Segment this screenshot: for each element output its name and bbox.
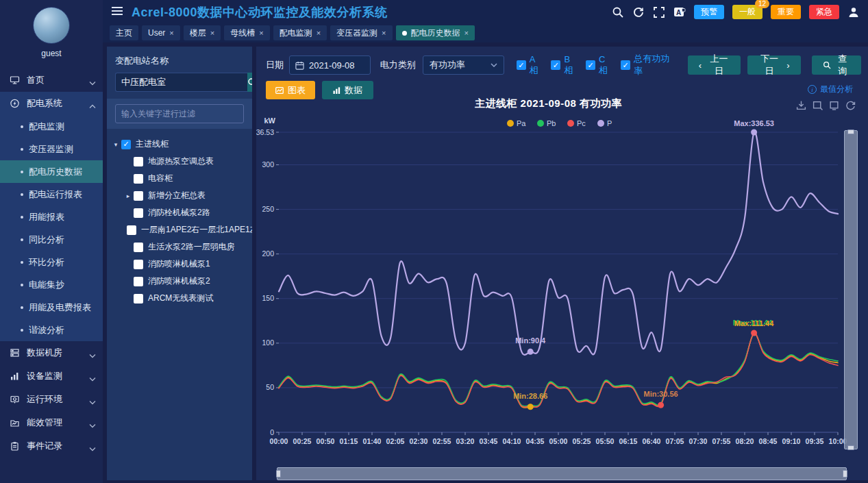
legend-item[interactable]: Pc xyxy=(567,119,586,127)
close-icon[interactable]: × xyxy=(317,29,321,37)
checkbox-unchecked[interactable] xyxy=(134,174,143,184)
checkbox-unchecked[interactable] xyxy=(134,243,143,252)
tree-node[interactable]: 消防喷淋机械泵1 xyxy=(112,256,248,273)
tree-node[interactable]: ARCM无线表测试 xyxy=(112,290,248,307)
sidebar-subitem-label: 电能集抄 xyxy=(29,279,64,291)
sidebar-item[interactable]: 数据机房 xyxy=(0,341,103,364)
date-picker[interactable]: 2021-09-08 xyxy=(289,55,371,75)
legend-item[interactable]: Pb xyxy=(537,119,556,127)
sidebar-subitem[interactable]: 同比分析 xyxy=(0,228,103,251)
legend-item[interactable]: Pa xyxy=(507,119,526,127)
sidebar-subitem[interactable]: 用能及电费报表 xyxy=(0,296,103,319)
sidebar-subitem[interactable]: 环比分析 xyxy=(0,251,103,273)
alarm-button[interactable]: 一般12 xyxy=(732,5,762,19)
zoom-box-icon[interactable] xyxy=(813,100,823,110)
x-datazoom-slider[interactable] xyxy=(277,467,847,480)
sidebar-subitem[interactable]: 配电运行报表 xyxy=(0,183,103,206)
sidebar-item[interactable]: 运行环境 xyxy=(0,388,103,411)
checkbox-unchecked[interactable] xyxy=(134,157,143,166)
tab-item[interactable]: 配电历史数据× xyxy=(396,25,475,40)
y-datazoom-slider[interactable] xyxy=(844,130,858,449)
checkbox-unchecked[interactable] xyxy=(134,260,143,269)
tree-node[interactable]: 消防喷淋机械泵2 xyxy=(112,273,248,290)
tab-item[interactable]: 楼层× xyxy=(184,25,221,40)
checkbox-unchecked[interactable] xyxy=(127,225,136,235)
tree-node[interactable]: 生活水泵2路一层弱电房 xyxy=(112,238,248,256)
restore-icon[interactable] xyxy=(845,100,856,110)
station-search-button[interactable] xyxy=(247,73,252,92)
annotation-label: Max:111.44 xyxy=(734,319,774,327)
data-view-button[interactable]: 数据 xyxy=(322,81,373,99)
tab-item[interactable]: 主页 xyxy=(110,25,138,40)
phase-checkbox[interactable]: ✓总有功功率 xyxy=(621,53,673,77)
tree-node[interactable]: 地源热泵空调总表 xyxy=(112,153,248,170)
home-icon xyxy=(10,75,21,85)
search-icon[interactable] xyxy=(612,6,624,18)
checkbox-checked[interactable]: ✓ xyxy=(517,60,526,70)
sidebar-item[interactable]: 能效管理 xyxy=(0,411,103,434)
close-icon[interactable]: × xyxy=(259,29,263,37)
x-tick-label: 09:10 xyxy=(782,437,801,445)
close-icon[interactable]: × xyxy=(169,29,173,37)
download-icon[interactable] xyxy=(796,100,806,110)
checkbox-unchecked[interactable] xyxy=(134,294,143,304)
phase-checkbox[interactable]: ✓A相 xyxy=(517,54,542,77)
sidebar-item[interactable]: 配电系统 xyxy=(0,92,103,115)
sidebar-item[interactable]: 设备监测 xyxy=(0,364,103,388)
checkbox-checked[interactable]: ✓ xyxy=(621,60,630,70)
checkbox-checked[interactable]: ✓ xyxy=(586,60,595,70)
checkbox-checked[interactable]: ✓ xyxy=(551,60,560,70)
close-icon[interactable]: × xyxy=(210,29,214,37)
tree-node[interactable]: 消防栓机械泵2路 xyxy=(112,204,248,221)
translate-icon[interactable]: A xyxy=(673,6,686,18)
sidebar-item[interactable]: 事件记录 xyxy=(0,434,103,458)
user-icon[interactable] xyxy=(847,6,860,18)
avatar[interactable] xyxy=(33,7,70,44)
refresh-icon[interactable] xyxy=(632,6,645,18)
x-tick-label: 05:00 xyxy=(549,437,568,445)
legend-item[interactable]: P xyxy=(597,119,612,127)
checkbox-checked[interactable]: ✓ xyxy=(121,140,131,149)
tab-item[interactable]: 变压器监测× xyxy=(330,25,392,40)
previous-day-button[interactable]: ‹ 上一日 xyxy=(688,55,741,75)
checkbox-unchecked[interactable] xyxy=(134,208,143,218)
power-category-select[interactable]: 有功功率 xyxy=(423,55,504,75)
tab-item[interactable]: User× xyxy=(142,25,180,40)
tree-node-root[interactable]: ▾✓主进线柜 xyxy=(112,136,248,153)
caret-down-icon[interactable]: ▾ xyxy=(112,141,119,148)
phase-checkbox[interactable]: ✓C相 xyxy=(586,54,611,77)
close-icon[interactable]: × xyxy=(464,29,469,37)
alarm-button[interactable]: 紧急 xyxy=(809,5,839,19)
menu-icon[interactable] xyxy=(111,6,123,18)
sidebar-subitem[interactable]: 用能报表 xyxy=(0,206,103,228)
tab-item[interactable]: 配电监测× xyxy=(273,25,327,40)
sidebar-subitem-label: 谐波分析 xyxy=(29,324,64,336)
tree-node[interactable]: 一层南1APE2右一层北1APE1左 xyxy=(112,221,248,238)
bar-chart-icon xyxy=(333,87,340,94)
tab-item[interactable]: 母线槽× xyxy=(224,25,269,40)
station-name-input[interactable] xyxy=(115,73,247,92)
chart-view-button[interactable]: 图表 xyxy=(266,81,315,99)
sidebar-subitem[interactable]: 配电历史数据 xyxy=(0,160,103,183)
alarm-button[interactable]: 重要 xyxy=(771,5,801,19)
info-icon: i xyxy=(808,85,817,94)
tree-node[interactable]: ▸新增分立柜总表 xyxy=(112,187,248,204)
sidebar-item[interactable]: 首页 xyxy=(0,69,103,92)
sidebar-subitem[interactable]: 电能集抄 xyxy=(0,273,103,296)
tree-filter-input[interactable] xyxy=(115,104,244,123)
alarm-button[interactable]: 预警 xyxy=(694,5,724,19)
checkbox-unchecked[interactable] xyxy=(134,277,143,286)
sidebar-subitem[interactable]: 变压器监测 xyxy=(0,138,103,160)
zoom-reset-icon[interactable] xyxy=(829,100,839,110)
peak-analysis-link[interactable]: i 最值分析 xyxy=(808,84,853,95)
close-icon[interactable]: × xyxy=(382,29,386,37)
next-day-button[interactable]: 下一日 › xyxy=(747,55,800,75)
query-button[interactable]: 查询 xyxy=(812,55,861,75)
phase-checkbox[interactable]: ✓B相 xyxy=(551,54,576,77)
fullscreen-icon[interactable] xyxy=(653,6,665,18)
checkbox-unchecked[interactable] xyxy=(134,191,143,201)
sidebar-subitem[interactable]: 谐波分析 xyxy=(0,319,103,341)
caret-right-icon[interactable]: ▸ xyxy=(125,193,132,199)
sidebar-subitem[interactable]: 配电监测 xyxy=(0,115,103,138)
tree-node[interactable]: 电容柜 xyxy=(112,170,248,187)
